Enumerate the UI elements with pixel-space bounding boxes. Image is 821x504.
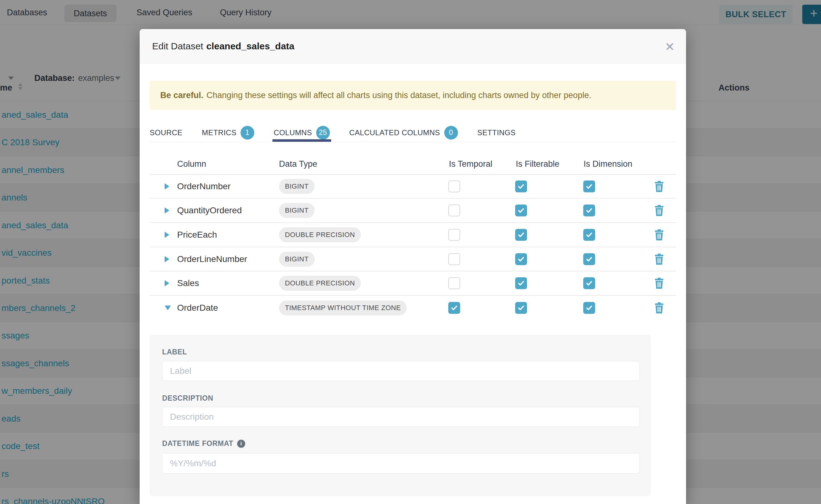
column-name: OrderDate	[177, 303, 218, 313]
calculated-columns-count-badge: 0	[444, 126, 458, 140]
label-field-label: LABEL	[162, 348, 187, 356]
is-dimension-checkbox[interactable]	[583, 229, 595, 241]
datetime-format-field-label: DATETIME FORMAT i	[162, 439, 245, 448]
edit-dataset-modal: Edit Dataset cleaned_sales_data ✕ Be car…	[140, 29, 686, 504]
data-type-pill: DOUBLE PRECISION	[279, 276, 361, 291]
data-type-pill: BIGINT	[279, 203, 314, 218]
description-input[interactable]	[162, 407, 640, 427]
modal-title-prefix: Edit Dataset	[152, 41, 203, 52]
modal-title: Edit Dataset cleaned_sales_data	[152, 29, 294, 63]
is-dimension-checkbox[interactable]	[583, 180, 595, 192]
is-temporal-checkbox[interactable]	[448, 180, 460, 192]
is-temporal-checkbox[interactable]	[448, 253, 460, 265]
is-filterable-checkbox[interactable]	[515, 180, 527, 192]
delete-column-icon[interactable]	[654, 205, 665, 216]
header-is-dimension: Is Dimension	[584, 159, 632, 169]
data-type-pill: TIMESTAMP WITHOUT TIME ZONE	[279, 300, 407, 315]
column-row: OrderNumber BIGINT	[150, 175, 676, 199]
data-type-pill: BIGINT	[279, 179, 314, 194]
tab-settings[interactable]: SETTINGS	[477, 123, 516, 142]
is-dimension-checkbox[interactable]	[583, 253, 595, 265]
modal-title-dataset-name: cleaned_sales_data	[206, 41, 294, 52]
close-icon[interactable]: ✕	[662, 39, 678, 55]
delete-column-icon[interactable]	[654, 229, 665, 241]
expand-caret-icon[interactable]	[165, 280, 169, 286]
datetime-format-input[interactable]	[162, 453, 640, 474]
delete-column-icon[interactable]	[654, 253, 665, 265]
modal-tabs: SOURCE METRICS 1 COLUMNS 25 CALCULATED C…	[150, 123, 676, 142]
tab-calculated-columns[interactable]: CALCULATED COLUMNS 0	[349, 123, 458, 142]
columns-count-badge: 25	[316, 126, 330, 140]
column-row: PriceEach DOUBLE PRECISION	[150, 223, 676, 247]
expand-caret-icon[interactable]	[165, 256, 169, 262]
data-type-pill: BIGINT	[279, 252, 314, 267]
column-name: OrderNumber	[177, 181, 230, 191]
info-icon[interactable]: i	[237, 440, 245, 448]
column-name: OrderLineNumber	[177, 254, 247, 264]
is-filterable-checkbox[interactable]	[515, 277, 527, 289]
is-dimension-checkbox[interactable]	[583, 277, 595, 289]
header-data-type: Data Type	[279, 159, 317, 169]
is-filterable-checkbox[interactable]	[515, 205, 527, 216]
expand-caret-icon[interactable]	[165, 183, 169, 190]
is-temporal-checkbox[interactable]	[448, 205, 460, 216]
delete-column-icon[interactable]	[654, 302, 665, 314]
header-is-temporal: Is Temporal	[449, 159, 492, 169]
warning-banner-bold: Be careful.	[160, 91, 203, 100]
modal-header: Edit Dataset cleaned_sales_data ✕	[140, 29, 686, 63]
collapse-caret-icon[interactable]	[165, 306, 171, 310]
warning-banner-text: Changing these settings will affect all …	[206, 91, 591, 100]
tab-source[interactable]: SOURCE	[150, 123, 182, 142]
column-row-expanded: OrderDate TIMESTAMP WITHOUT TIME ZONE	[150, 296, 676, 320]
column-name: PriceEach	[177, 230, 217, 240]
column-name: QuantityOrdered	[177, 205, 242, 215]
is-dimension-checkbox[interactable]	[583, 302, 595, 314]
is-filterable-checkbox[interactable]	[515, 302, 527, 314]
is-temporal-checkbox[interactable]	[448, 229, 460, 241]
warning-banner: Be careful. Changing these settings will…	[150, 81, 676, 110]
is-dimension-checkbox[interactable]	[583, 205, 595, 216]
expand-caret-icon[interactable]	[165, 232, 169, 238]
is-temporal-checkbox[interactable]	[448, 277, 460, 289]
description-field-label: DESCRIPTION	[162, 394, 213, 403]
column-row: OrderLineNumber BIGINT	[150, 247, 676, 271]
is-temporal-checkbox[interactable]	[448, 302, 460, 314]
column-editor-panel: LABEL DESCRIPTION DATETIME FORMAT i	[150, 335, 650, 496]
column-row: Sales DOUBLE PRECISION	[150, 271, 676, 296]
label-input[interactable]	[162, 361, 640, 381]
header-is-filterable: Is Filterable	[516, 159, 560, 169]
metrics-count-badge: 1	[240, 126, 254, 140]
columns-table-header: Column Data Type Is Temporal Is Filterab…	[150, 142, 676, 175]
is-filterable-checkbox[interactable]	[515, 229, 527, 241]
header-column: Column	[177, 159, 206, 169]
delete-column-icon[interactable]	[654, 180, 665, 192]
tab-columns[interactable]: COLUMNS 25	[274, 123, 330, 142]
tab-metrics[interactable]: METRICS 1	[202, 123, 254, 142]
data-type-pill: DOUBLE PRECISION	[279, 227, 361, 242]
delete-column-icon[interactable]	[654, 277, 665, 289]
column-name: Sales	[177, 278, 199, 288]
expand-caret-icon[interactable]	[165, 207, 169, 214]
column-row: QuantityOrdered BIGINT	[150, 199, 676, 223]
is-filterable-checkbox[interactable]	[515, 253, 527, 265]
